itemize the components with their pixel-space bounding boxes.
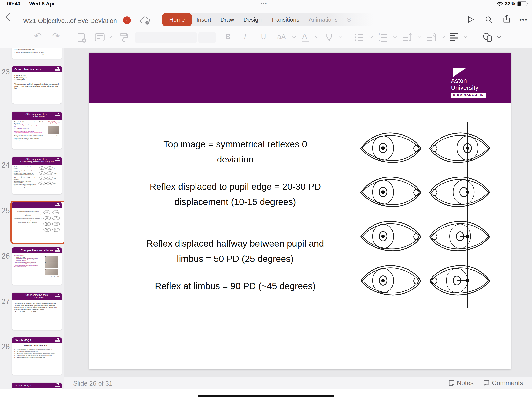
statement-pupil-edge[interactable]: Reflex displaced to pupil edge = 20-30 P…	[109, 179, 362, 209]
aston-mini-logo	[55, 113, 60, 116]
svg-text:2: 2	[379, 36, 380, 39]
underline-button[interactable]: U	[261, 33, 266, 41]
thumbnail-slide-27[interactable]: Example: Pseudostrabismus Pseudostrabism…	[12, 247, 62, 285]
layout-chevron-icon	[108, 34, 112, 38]
slide-number-27: 27	[0, 297, 10, 306]
thumb24-line: • anisometropia, anisocoria, media opaci…	[14, 138, 43, 141]
undo-button[interactable]: ↶	[34, 31, 42, 41]
tab-draw[interactable]: Draw	[216, 13, 239, 26]
font-name-field[interactable]	[135, 32, 197, 43]
thumbnail-slide-24[interactable]: Other objective tests 1. Brückner test S…	[12, 112, 62, 149]
numbered-list-icon: 1 2 3	[378, 33, 388, 42]
status-footer: Slide 26 of 31 Notes Comments	[64, 377, 532, 389]
present-button[interactable]	[467, 15, 475, 24]
font-size-menu-button[interactable]: aA	[277, 33, 286, 41]
eye-left-row1-centered	[360, 131, 422, 166]
slide-counter: Slide 26 of 31	[73, 380, 113, 387]
thumbnail-slide-22[interactable]: • ~ 4 XOP – movement estimated as 4Δ • ~…	[12, 48, 62, 59]
eye-right-row4-limbus	[429, 264, 491, 298]
thumb28-bullet: • Base in for XOT; Base out for SOT	[14, 311, 59, 313]
search-icon	[485, 16, 493, 23]
thumb28-subtitle: 3. Krimsky test	[12, 296, 62, 299]
statement-halfway[interactable]: Reflex displaced halfway between pupil a…	[109, 236, 362, 266]
thumb24-annotation: Child with LXOT note lower decentration …	[47, 121, 61, 124]
font-color-button[interactable]: A	[302, 33, 309, 42]
layout-button[interactable]	[95, 33, 105, 42]
current-slide[interactable]: Aston University BIRMINGHAM UK Top image…	[89, 53, 511, 369]
more-menu-button[interactable]: •••	[519, 15, 528, 24]
thumbnail-slide-25[interactable]: Other objective tests 2. Hirschberg (cor…	[12, 157, 62, 194]
thumbnail-slide-23[interactable]: Other objective tests • Brückner test • …	[12, 66, 62, 104]
toolbar-divider	[69, 31, 69, 44]
multitask-dots-icon: •••	[260, 1, 267, 6]
thumb24-title: Other objective tests	[12, 113, 62, 116]
tab-insert[interactable]: Insert	[192, 13, 216, 26]
highlighter-icon	[325, 33, 333, 43]
home-indicator[interactable]	[198, 395, 334, 397]
highlighter-chevron-icon	[339, 34, 342, 38]
thumb24-line: Compare brightness of red reflexes	[14, 130, 43, 132]
back-button[interactable]	[7, 14, 12, 20]
cloud-sync-icon[interactable]	[140, 16, 150, 25]
new-slide-icon	[77, 33, 86, 43]
thumb24-photo	[49, 126, 59, 134]
thumb24-line: • Px looks at centre of light	[14, 128, 43, 129]
font-size-chevron-icon	[292, 34, 296, 38]
app-chrome: 00:40 Wed 8 Apr ••• 32% W21 Objective...…	[0, 0, 532, 48]
thumb29-title: Sample MCQ 1	[12, 337, 62, 343]
thumbnail-slide-26-selected[interactable]: Top image = symmetrical reflexes 0 devia…	[10, 201, 64, 244]
battery-icon	[517, 1, 527, 6]
thumb28-title: Other objective tests	[12, 293, 62, 296]
thumb27-line: • apparent tropia	[14, 256, 39, 258]
statement-limbus[interactable]: Reflex at limbus = 90 PD (~45 degrees)	[109, 278, 362, 294]
thumbnail-slide-30[interactable]: Sample MCQ 2	[12, 383, 62, 389]
align-button[interactable]	[450, 33, 458, 41]
aston-mini-logo	[55, 203, 60, 206]
thumbnail-slide-28[interactable]: Other objective tests 3. Krimsky test • …	[12, 293, 62, 330]
highlighter-button[interactable]	[325, 33, 333, 43]
upload-pending-badge[interactable]	[123, 16, 131, 24]
bold-button[interactable]: B	[226, 33, 231, 41]
thumb24-line: • Illuminate both pupils with large roun…	[14, 124, 43, 127]
align-icon	[450, 33, 458, 41]
paragraph-button[interactable]	[426, 33, 436, 42]
tab-slideshow-cut[interactable]: S	[342, 13, 355, 26]
shapes-icon	[482, 33, 493, 42]
thumbnail-slide-29[interactable]: Sample MCQ 1 Which statement is FALSE? A…	[12, 337, 62, 375]
bullet-list-button[interactable]	[355, 33, 364, 42]
shapes-button[interactable]	[482, 33, 493, 42]
numbered-list-button[interactable]: 1 2 3	[378, 33, 388, 42]
document-title[interactable]: W21 Objective...of Eye Deviation	[23, 17, 117, 25]
font-size-field[interactable]	[198, 32, 216, 43]
tab-animations[interactable]: Animations	[304, 13, 342, 26]
comments-button[interactable]: Comments	[483, 379, 523, 387]
redo-button[interactable]: ↷	[52, 31, 60, 41]
paragraph-chevron-icon	[442, 34, 445, 38]
eye-left-row2-centered	[360, 175, 422, 210]
format-painter-button[interactable]	[120, 33, 128, 43]
font-color-swatch	[302, 41, 309, 42]
thumb29-option: The cover/uncover test, when used with t…	[17, 355, 52, 356]
thumb24-line: • Abnormal eye has brighter, lighter or …	[14, 132, 43, 134]
tab-home[interactable]: Home	[162, 13, 192, 26]
thumb29-option: 'phi' movements that are 'against' indic…	[17, 351, 38, 352]
notes-icon	[449, 380, 455, 386]
new-slide-button[interactable]	[77, 33, 86, 43]
line-spacing-button[interactable]	[402, 33, 412, 42]
statement-symmetrical[interactable]: Top image = symmetrical reflexes 0 devia…	[109, 137, 362, 167]
notes-button[interactable]: Notes	[449, 379, 474, 387]
date: Wed 8 Apr	[29, 1, 55, 7]
editing-canvas[interactable]: Aston University BIRMINGHAM UK Top image…	[64, 48, 532, 377]
aston-university-logo: Aston University BIRMINGHAM UK	[451, 68, 494, 98]
tab-transitions[interactable]: Transitions	[266, 13, 304, 26]
share-icon	[503, 14, 510, 23]
search-button[interactable]	[484, 15, 493, 24]
slide-title-banner[interactable]: Aston University BIRMINGHAM UK	[89, 53, 511, 103]
tab-design[interactable]: Design	[239, 13, 266, 26]
share-button[interactable]	[502, 14, 511, 23]
thumb30-title: Sample MCQ 2	[12, 383, 62, 388]
thumb23-title: Other objective tests	[12, 66, 62, 72]
aston-mini-logo	[55, 67, 60, 71]
thumb25-bullet: • Involves comparison of position of cor…	[14, 166, 37, 169]
italic-button[interactable]: I	[244, 33, 246, 41]
